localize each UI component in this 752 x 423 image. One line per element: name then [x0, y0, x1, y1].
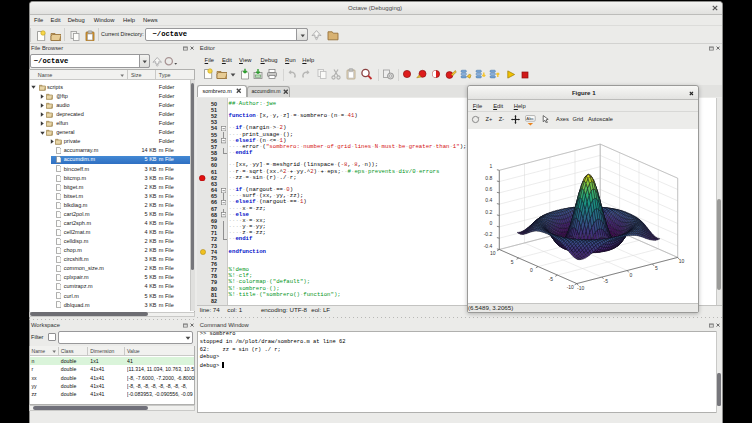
svg-text:5: 5 [510, 258, 513, 264]
svg-text:-0.4: -0.4 [483, 242, 492, 248]
svg-text:10: 10 [490, 250, 496, 256]
svg-text:1: 1 [489, 163, 492, 169]
svg-text:5: 5 [654, 265, 657, 271]
svg-text:0: 0 [629, 271, 632, 277]
svg-text:-5: -5 [548, 275, 553, 281]
svg-text:0.6: 0.6 [485, 185, 492, 191]
svg-text:0.4: 0.4 [485, 197, 492, 203]
svg-text:0.2: 0.2 [485, 208, 492, 214]
svg-text:10: 10 [678, 258, 684, 264]
svg-text:Abc: Abc [526, 116, 534, 121]
svg-text:0.8: 0.8 [485, 174, 492, 180]
svg-text:0: 0 [489, 219, 492, 225]
svg-text:-10: -10 [566, 284, 573, 290]
svg-text:-0.2: -0.2 [483, 231, 492, 237]
svg-text:-10: -10 [576, 284, 583, 290]
svg-text:0: 0 [530, 267, 533, 273]
svg-text:-5: -5 [603, 278, 608, 284]
